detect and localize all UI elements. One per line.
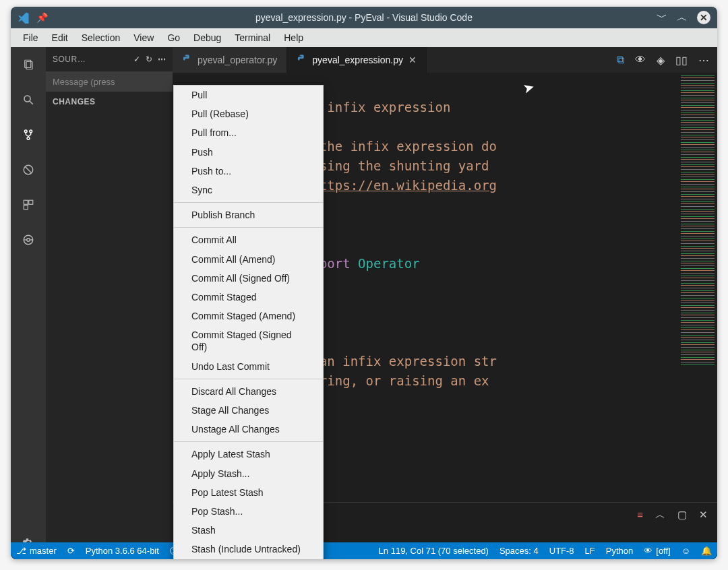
menu-go[interactable]: Go [160, 30, 187, 45]
scm-check-icon[interactable]: ✓ [133, 55, 140, 64]
status-sync-icon[interactable]: ⟳ [67, 546, 75, 556]
python-file-icon [182, 54, 192, 66]
menu-item-undo-last-commit[interactable]: Undo Last Commit [174, 357, 323, 376]
status-indentation[interactable]: Spaces: 4 [499, 546, 539, 556]
window-maximize-icon[interactable]: ︿ [677, 11, 688, 25]
window-minimize-icon[interactable]: ﹀ [657, 11, 667, 25]
menu-item-commit-all-amend[interactable]: Commit All (Amend) [174, 250, 323, 269]
activity-bar [11, 47, 46, 559]
menu-file[interactable]: File [16, 30, 45, 45]
scm-actions-menu: PullPull (Rebase)Pull from...PushPush to… [173, 85, 324, 559]
status-eol[interactable]: LF [585, 546, 595, 556]
tab-close-icon[interactable]: ✕ [408, 55, 417, 65]
search-icon[interactable] [19, 90, 38, 109]
git-branch-icon: ⎇ [16, 546, 26, 556]
window-titlebar: 📌 pyeval_expression.py - PyEval - Visual… [11, 7, 717, 28]
editor-tabbar: pyeval_operator.py pyeval_expression.py … [173, 47, 717, 73]
svg-point-6 [27, 137, 30, 139]
status-notifications-icon[interactable]: 🔔 [701, 546, 712, 556]
menu-item-unstage-all-changes[interactable]: Unstage All Changes [174, 420, 323, 439]
python-file-icon [297, 54, 307, 66]
menu-item-commit-staged-signed-off[interactable]: Commit Staged (Signed Off) [174, 325, 323, 356]
menu-item-commit-all[interactable]: Commit All [174, 230, 323, 249]
status-encoding[interactable]: UTF-8 [549, 546, 574, 556]
menu-view[interactable]: View [127, 30, 160, 45]
menu-item-commit-all-signed-off[interactable]: Commit All (Signed Off) [174, 269, 323, 288]
menu-terminal[interactable]: Terminal [228, 30, 277, 45]
explorer-icon[interactable] [19, 55, 38, 74]
window-close-icon[interactable]: ✕ [697, 11, 710, 24]
menu-separator [174, 202, 323, 203]
open-changes-icon[interactable]: ◈ [657, 54, 665, 67]
status-feedback-icon[interactable]: ☺ [681, 546, 690, 556]
menu-item-stash[interactable]: Stash [174, 521, 323, 540]
menu-edit[interactable]: Edit [45, 30, 75, 45]
menu-item-sync[interactable]: Sync [174, 181, 323, 199]
svg-point-5 [30, 130, 32, 133]
menu-item-publish-branch[interactable]: Publish Branch [174, 205, 323, 224]
menu-item-push-to[interactable]: Push to... [174, 162, 323, 181]
menu-item-stash-include-untracked[interactable]: Stash (Include Untracked) [174, 540, 323, 559]
panel-maximize-icon[interactable]: ▢ [677, 509, 687, 521]
panel-close-icon[interactable]: ✕ [699, 509, 708, 521]
menu-item-pull-from[interactable]: Pull from... [174, 123, 323, 142]
vscode-logo-icon [18, 11, 30, 24]
menu-item-push[interactable]: Push [174, 143, 323, 162]
menu-separator [174, 227, 323, 228]
tab-pyeval-expression[interactable]: pyeval_expression.py ✕ [287, 47, 427, 73]
menu-bar: File Edit Selection View Go Debug Termin… [11, 28, 717, 47]
scm-message-input[interactable]: Message (press [46, 71, 173, 92]
menu-item-pull-rebase[interactable]: Pull (Rebase) [174, 104, 323, 123]
menu-debug[interactable]: Debug [187, 30, 228, 45]
svg-line-3 [30, 101, 33, 104]
editor-more-icon[interactable]: ⋯ [698, 54, 709, 67]
split-editor-icon[interactable]: ▯▯ [675, 54, 688, 67]
scm-changes-section[interactable]: CHANGES [46, 92, 173, 112]
pin-icon[interactable]: 📌 [36, 12, 48, 23]
menu-item-pull[interactable]: Pull [174, 86, 323, 104]
status-cursor-position[interactable]: Ln 119, Col 71 (70 selected) [379, 546, 489, 556]
tab-label: pyeval_operator.py [198, 55, 277, 65]
status-language[interactable]: Python [606, 546, 633, 556]
status-python-version[interactable]: Python 3.6.6 64-bit [86, 546, 159, 556]
svg-rect-10 [29, 200, 33, 204]
menu-item-stage-all-changes[interactable]: Stage All Changes [174, 401, 323, 420]
panel-collapse-icon[interactable]: ︿ [655, 509, 665, 521]
menu-item-commit-staged-amend[interactable]: Commit Staged (Amend) [174, 307, 323, 325]
menu-separator [174, 441, 323, 442]
menu-separator [174, 379, 323, 379]
debug-icon[interactable] [19, 160, 38, 179]
tab-label: pyeval_expression.py [312, 55, 403, 65]
status-coverage[interactable]: 👁 [off] [644, 546, 670, 556]
svg-rect-9 [24, 200, 28, 204]
status-bar: ⎇ master ⟳ Python 3.6.6 64-bit ⓧ0 ⚠0 ▶ 0… [11, 542, 717, 559]
source-control-icon[interactable] [19, 125, 38, 144]
scm-more-icon[interactable]: ⋯ [158, 55, 166, 64]
menu-item-apply-stash[interactable]: Apply Stash... [174, 464, 323, 483]
sidebar-title: SOUR… [53, 55, 128, 64]
scm-refresh-icon[interactable]: ↻ [146, 55, 152, 64]
svg-point-4 [24, 130, 27, 133]
status-git-branch[interactable]: ⎇ master [16, 546, 57, 556]
svg-point-2 [24, 96, 30, 102]
window-title: pyeval_expression.py - PyEval - Visual S… [11, 12, 717, 23]
menu-item-discard-all-changes[interactable]: Discard All Changes [174, 382, 323, 401]
menu-selection[interactable]: Selection [75, 30, 127, 45]
svg-point-13 [27, 239, 30, 242]
tab-pyeval-operator[interactable]: pyeval_operator.py [173, 47, 287, 73]
minimap[interactable] [678, 73, 717, 559]
menu-item-commit-staged[interactable]: Commit Staged [174, 288, 323, 307]
svg-line-8 [26, 167, 32, 173]
compare-changes-icon[interactable]: ⧉ [617, 54, 624, 66]
extensions-icon[interactable] [19, 195, 38, 214]
panel-clear-icon[interactable]: ≡ [637, 509, 643, 521]
wikipedia-link[interactable]: https://en.wikipedia.org [311, 178, 497, 193]
menu-item-pop-stash[interactable]: Pop Stash... [174, 502, 323, 521]
menu-item-pop-latest-stash[interactable]: Pop Latest Stash [174, 483, 323, 502]
gitlens-icon[interactable] [19, 230, 38, 249]
source-control-sidebar: SOUR… ✓ ↻ ⋯ Message (press CHANGES [46, 47, 173, 559]
reveal-icon[interactable]: 👁 [635, 54, 646, 66]
svg-rect-11 [24, 205, 28, 210]
menu-help[interactable]: Help [277, 30, 310, 45]
menu-item-apply-latest-stash[interactable]: Apply Latest Stash [174, 445, 323, 464]
